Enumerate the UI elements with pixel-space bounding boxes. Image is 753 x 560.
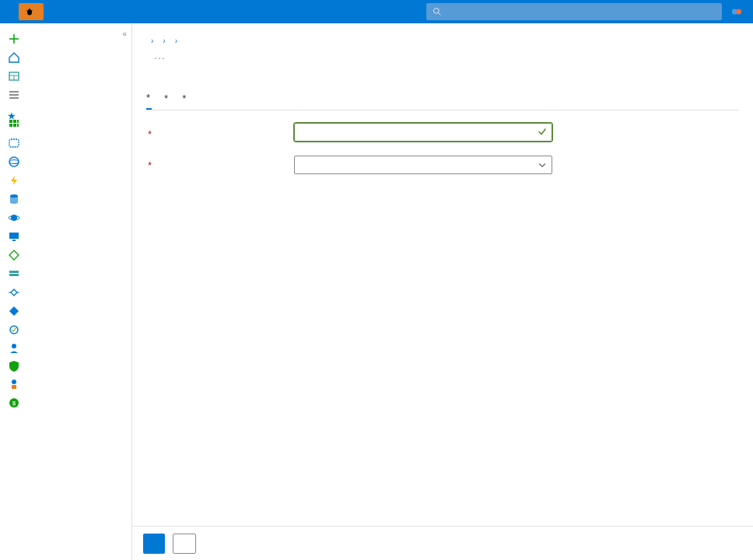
review-create-button[interactable] (143, 534, 165, 554)
global-search-input[interactable] (426, 3, 722, 20)
nav-all-services[interactable] (0, 86, 131, 104)
svg-point-0 (27, 9, 32, 16)
more-actions-button[interactable]: ··· (154, 51, 166, 64)
svg-line-3 (31, 11, 33, 12)
home-icon (8, 51, 20, 64)
nav-help-support[interactable] (0, 375, 131, 394)
nav-virtual-machines[interactable] (0, 227, 131, 246)
storage-icon (8, 268, 20, 280)
nav-create-resource[interactable] (0, 30, 131, 48)
svg-rect-31 (9, 274, 19, 276)
vm-icon (8, 230, 20, 243)
svg-point-7 (736, 9, 741, 15)
svg-rect-37 (12, 385, 16, 389)
breadcrumb: › › › (146, 31, 739, 50)
nav-dashboard[interactable] (0, 67, 131, 86)
report-bug-button[interactable] (19, 3, 44, 20)
main-content: › › › ··· * * * * (132, 23, 753, 560)
star-icon: ★ (8, 111, 16, 121)
entra-icon (8, 305, 20, 317)
copilot-button[interactable] (731, 6, 745, 17)
chevron-down-icon (538, 160, 547, 170)
monitor-icon (8, 324, 20, 336)
chevron-right-icon: › (151, 37, 153, 45)
svg-point-4 (434, 9, 440, 14)
nav-sql-databases[interactable] (0, 190, 131, 208)
svg-line-5 (439, 13, 441, 16)
tab-basics[interactable]: * (146, 92, 152, 110)
svg-rect-19 (9, 124, 12, 127)
next-button[interactable] (173, 534, 196, 554)
search-icon (433, 7, 442, 16)
advisor-icon (8, 342, 20, 355)
nav-monitor[interactable] (0, 320, 131, 339)
wizard-footer (132, 526, 753, 560)
tab-security[interactable]: * (182, 92, 187, 110)
shield-icon (8, 360, 20, 373)
nav-virtual-networks[interactable] (0, 283, 131, 302)
chevron-right-icon: › (175, 37, 177, 45)
copilot-icon (731, 6, 742, 17)
plus-icon (8, 33, 20, 45)
svg-rect-20 (13, 124, 16, 127)
svg-point-36 (12, 380, 16, 384)
vnet-icon (8, 286, 20, 299)
svg-point-35 (12, 344, 16, 348)
nav-cost-mgmt[interactable]: $ (0, 394, 131, 412)
nav-cosmos-db[interactable] (0, 208, 131, 227)
fhir-name-label: * (146, 128, 294, 140)
nav-function-app[interactable] (0, 171, 131, 190)
tab-additional-settings[interactable]: * (164, 92, 170, 110)
function-icon (8, 174, 20, 187)
nav-all-resources[interactable] (0, 115, 131, 134)
cost-icon: $ (8, 397, 20, 409)
fhir-name-input[interactable] (294, 123, 552, 142)
dashboard-icon (8, 70, 20, 82)
svg-rect-18 (17, 120, 19, 123)
favorites-header: ★ (0, 104, 131, 115)
svg-line-2 (26, 11, 28, 12)
cosmos-icon (8, 212, 20, 224)
fhir-version-select[interactable] (294, 156, 552, 174)
svg-point-23 (9, 157, 19, 166)
svg-point-24 (9, 160, 19, 164)
checkmark-icon (537, 126, 548, 137)
nav-storage-accounts[interactable] (0, 264, 131, 283)
nav-defender[interactable] (0, 358, 131, 375)
svg-text:$: $ (12, 400, 16, 407)
support-icon (8, 378, 20, 390)
sidebar: « ★ (0, 23, 132, 560)
fhir-version-label: * (146, 159, 294, 171)
svg-rect-21 (17, 124, 19, 127)
nav-advisor[interactable] (0, 339, 131, 358)
nav-load-balancers[interactable] (0, 246, 131, 264)
svg-rect-30 (9, 271, 19, 273)
tabs: * * * (146, 92, 739, 110)
svg-rect-22 (9, 139, 19, 147)
nav-resource-groups[interactable] (0, 134, 131, 152)
chevron-right-icon: › (163, 37, 165, 45)
database-icon (8, 193, 20, 205)
svg-rect-28 (9, 233, 19, 239)
nav-entra-id[interactable] (0, 302, 131, 320)
load-balancer-icon (8, 249, 20, 261)
nav-app-services[interactable] (0, 152, 131, 171)
top-bar (0, 0, 753, 23)
svg-rect-29 (12, 240, 16, 241)
sidebar-collapse-button[interactable]: « (122, 30, 127, 38)
list-icon (8, 89, 20, 101)
app-services-icon (8, 156, 20, 168)
bug-icon (25, 7, 34, 16)
nav-home[interactable] (0, 48, 131, 67)
resource-group-icon (8, 137, 20, 149)
